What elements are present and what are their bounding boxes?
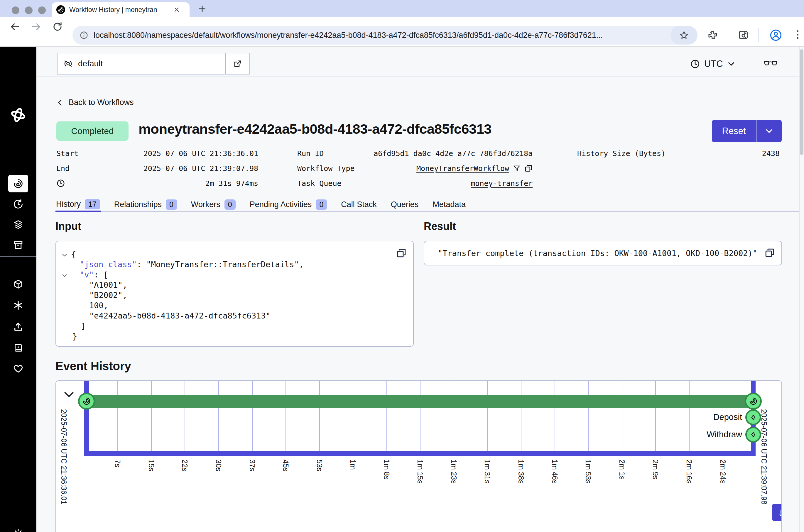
- sidebar-item-docs[interactable]: [13, 343, 23, 353]
- profile-avatar-icon[interactable]: [769, 29, 782, 42]
- workflow-type-label: Workflow Type: [297, 164, 355, 173]
- new-tab-icon[interactable]: [198, 5, 206, 13]
- tab-title: Workflow History | moneytran: [69, 6, 169, 14]
- workflow-start-event-marker[interactable]: [78, 393, 95, 410]
- back-link-label: Back to Workflows: [69, 98, 134, 107]
- browser-toolbar: localhost:8080/namespaces/default/workfl…: [0, 17, 804, 46]
- namespace-open-external-button[interactable]: [225, 53, 249, 74]
- end-value: 2025-07-06 UTC 21:39:07.98: [144, 164, 258, 173]
- copy-icon[interactable]: [396, 248, 407, 259]
- namespace-selector[interactable]: default: [57, 53, 250, 75]
- tick-label: 1m: [349, 459, 357, 470]
- tab-metadata[interactable]: Metadata: [432, 196, 466, 211]
- side-panel-search-icon[interactable]: [737, 30, 749, 40]
- workflow-complete-event-marker[interactable]: [745, 393, 762, 410]
- tab-workers[interactable]: Workers 0: [190, 196, 236, 211]
- reload-icon[interactable]: [52, 21, 63, 32]
- window-zoom-dot[interactable]: [38, 6, 46, 14]
- tick-label: 1m 53s: [584, 459, 593, 483]
- detail-row-run-id: Run ID a6fd95d1-da0c-4d2e-a77c-786f3d762…: [297, 148, 532, 159]
- filter-funnel-icon[interactable]: [512, 164, 521, 172]
- browser-tab[interactable]: Workflow History | moneytran: [52, 2, 190, 17]
- copy-icon[interactable]: [764, 248, 775, 258]
- detail-row-history-size: History Size (Bytes) 2438: [577, 148, 780, 159]
- history-size-label: History Size (Bytes): [577, 149, 666, 158]
- sidebar-item-workflows[interactable]: [8, 175, 28, 192]
- forward-icon[interactable]: [31, 21, 42, 32]
- sidebar-item-feedback[interactable]: [13, 363, 23, 374]
- sidebar-item-schedules[interactable]: [13, 199, 23, 209]
- gridline: [521, 381, 521, 451]
- axis-start-bar: [84, 381, 89, 456]
- scrollbar-thumb[interactable]: [800, 49, 803, 155]
- tab-call-stack[interactable]: Call Stack: [340, 196, 377, 211]
- scroll-to-bottom-button[interactable]: ↓: [772, 504, 782, 521]
- tick-label: 30s: [214, 459, 223, 471]
- bookmark-star-icon[interactable]: [679, 30, 689, 40]
- workflow-type-link[interactable]: MoneyTransferWorkflow: [416, 164, 509, 173]
- status-badge: Completed: [56, 121, 129, 141]
- collapse-chevron-icon[interactable]: [61, 252, 68, 259]
- toolbar-divider-2: [759, 28, 759, 42]
- browser-menu-kebab-icon[interactable]: [792, 29, 803, 40]
- site-info-icon[interactable]: [79, 31, 88, 40]
- timezone-label: UTC: [704, 59, 723, 69]
- json-line: {: [71, 249, 413, 259]
- timeline-end-timestamp: 2025-07-06 UTC 21:39:07.98: [760, 409, 768, 505]
- browser-tab-strip: Workflow History | moneytran: [0, 0, 804, 17]
- reset-button[interactable]: Reset: [712, 120, 756, 142]
- address-bar[interactable]: localhost:8080/namespaces/default/workfl…: [73, 26, 697, 44]
- tick-label: 7s: [113, 459, 122, 467]
- event-history-timeline: Deposit Withdraw 2025-07-06 UTC 21:36:36…: [55, 380, 782, 532]
- tick-label: 2m 1s: [618, 459, 626, 479]
- extensions-icon[interactable]: [707, 30, 718, 40]
- chevron-down-icon: [765, 127, 773, 135]
- history-size-value: 2438: [762, 149, 780, 158]
- external-link-icon: [233, 59, 242, 68]
- gridline: [252, 381, 253, 451]
- sidebar-divider: [0, 256, 36, 257]
- sidebar-item-labs[interactable]: [13, 300, 23, 310]
- tab-queries[interactable]: Queries: [390, 196, 419, 211]
- tab-history[interactable]: History 17: [55, 196, 101, 212]
- start-value: 2025-07-06 UTC 21:36:36.01: [144, 149, 258, 158]
- back-to-workflows-link[interactable]: Back to Workflows: [56, 98, 134, 107]
- window-minimize-dot[interactable]: [25, 6, 33, 14]
- sidebar-item-archive[interactable]: [13, 240, 23, 250]
- activity-row-label[interactable]: Withdraw: [658, 430, 742, 439]
- task-queue-link[interactable]: money-transfer: [471, 179, 532, 188]
- temporal-logo-icon[interactable]: [10, 107, 26, 123]
- json-line: "e4242aa5-b08d-4183-a472-dfca85fc6313": [89, 310, 413, 321]
- sidebar-item-codec-server[interactable]: [13, 279, 23, 289]
- tick-label: 1m 8s: [382, 459, 391, 479]
- window-close-dot[interactable]: [12, 6, 19, 14]
- activity-row-label[interactable]: Deposit: [658, 412, 742, 422]
- result-box: "Transfer complete (transaction IDs: OKW…: [424, 241, 782, 265]
- sidebar-item-batch-operations[interactable]: [13, 220, 23, 230]
- collapse-chevron-icon[interactable]: [61, 272, 68, 279]
- json-line: }: [73, 331, 413, 341]
- theme-toggle-sun-icon[interactable]: [13, 529, 23, 532]
- back-icon[interactable]: [10, 21, 21, 32]
- deposit-activity-marker[interactable]: [745, 410, 761, 425]
- codec-glasses-icon[interactable]: [763, 59, 778, 68]
- tab-close-icon[interactable]: [173, 6, 180, 13]
- reset-menu-button[interactable]: [756, 120, 782, 142]
- timezone-selector[interactable]: UTC: [690, 58, 735, 70]
- details-column-ids: Run ID a6fd95d1-da0c-4d2e-a77c-786f3d762…: [297, 148, 532, 189]
- gridline: [285, 381, 286, 451]
- screen: Workflow History | moneytran localhost:8…: [0, 0, 804, 532]
- url-text[interactable]: localhost:8080/namespaces/default/workfl…: [94, 31, 692, 40]
- event-history-heading: Event History: [55, 360, 131, 373]
- tab-label: Pending Activities: [250, 200, 312, 209]
- withdraw-activity-marker[interactable]: [745, 427, 761, 442]
- copy-icon[interactable]: [524, 164, 532, 172]
- tab-pending-activities[interactable]: Pending Activities 0: [249, 196, 328, 211]
- tick-label: 1m 15s: [416, 459, 424, 483]
- workflow-execution-span[interactable]: [87, 395, 753, 407]
- sidebar-item-import[interactable]: [13, 321, 23, 332]
- run-id-value: a6fd95d1-da0c-4d2e-a77c-786f3d76218a: [374, 149, 532, 158]
- timeline-collapse-chevron-icon[interactable]: [64, 391, 74, 399]
- tab-relationships[interactable]: Relationships 0: [114, 196, 177, 211]
- gridline: [420, 381, 420, 451]
